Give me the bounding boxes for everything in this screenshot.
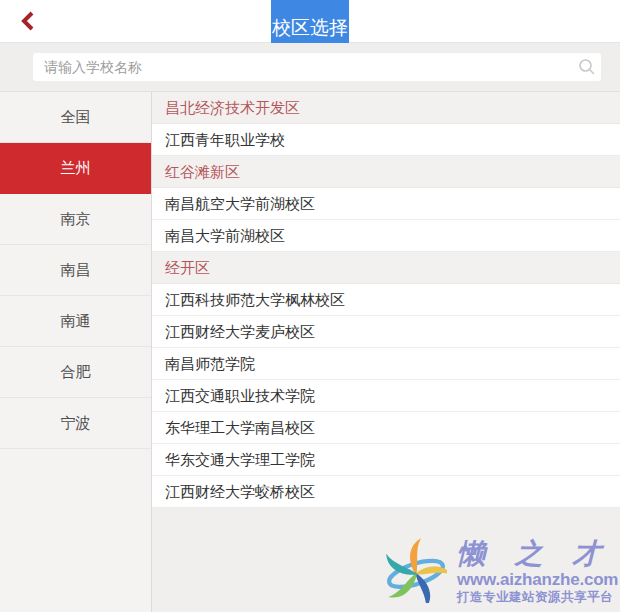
campus-list-row[interactable]: 江西财经大学麦庐校区: [152, 316, 620, 348]
campus-list-row[interactable]: 江西青年职业学校: [152, 124, 620, 156]
campus-list-row[interactable]: 江西财经大学蛟桥校区: [152, 476, 620, 508]
campus-list-label: 昌北经济技术开发区: [165, 99, 300, 116]
page-title: 校区选择: [272, 18, 348, 37]
campus-list: 昌北经济技术开发区 江西青年职业学校 红谷滩新区 南昌航空大学前湖校区 南昌大学…: [152, 92, 620, 612]
sidebar-city-item[interactable]: 合肥: [0, 347, 151, 398]
sidebar-city-item[interactable]: 南京: [0, 194, 151, 245]
sidebar-city-label: 全国: [61, 108, 91, 125]
city-sidebar: 全国 兰州 南京 南昌 南通 合肥 宁波: [0, 92, 152, 612]
campus-list-label: 江西财经大学麦庐校区: [165, 323, 315, 340]
campus-list-label: 江西财经大学蛟桥校区: [165, 483, 315, 500]
search-bar: [0, 43, 620, 92]
search-icon[interactable]: [578, 58, 596, 76]
sidebar-city-item[interactable]: 宁波: [0, 398, 151, 449]
sidebar-city-item[interactable]: 全国: [0, 92, 151, 143]
sidebar-city-label: 南昌: [61, 261, 91, 278]
sidebar-city-label: 兰州: [61, 159, 91, 176]
campus-list-label: 南昌大学前湖校区: [165, 227, 285, 244]
campus-list-label: 南昌师范学院: [165, 355, 255, 372]
campus-list-row[interactable]: 江西交通职业技术学院: [152, 380, 620, 412]
campus-list-label: 南昌航空大学前湖校区: [165, 195, 315, 212]
sidebar-city-label: 宁波: [61, 414, 91, 431]
campus-list-label: 经开区: [165, 259, 210, 276]
campus-list-row[interactable]: 南昌大学前湖校区: [152, 220, 620, 252]
header: 校区选择: [0, 0, 620, 43]
search-input[interactable]: [33, 53, 601, 81]
campus-list-label: 江西科技师范大学枫林校区: [165, 291, 345, 308]
search-input-wrap: [33, 53, 601, 81]
sidebar-city-item[interactable]: 兰州: [0, 143, 151, 194]
campus-list-row[interactable]: 经开区: [152, 252, 620, 284]
campus-list-label: 江西青年职业学校: [165, 131, 285, 148]
campus-list-label: 红谷滩新区: [165, 163, 240, 180]
back-chevron-icon: [19, 10, 37, 35]
page-title-highlight: 校区选择: [271, 0, 349, 43]
campus-list-row[interactable]: 红谷滩新区: [152, 156, 620, 188]
campus-list-row[interactable]: 南昌航空大学前湖校区: [152, 188, 620, 220]
sidebar-city-label: 南通: [61, 312, 91, 329]
campus-list-label: 江西交通职业技术学院: [165, 387, 315, 404]
sidebar-city-item[interactable]: 南通: [0, 296, 151, 347]
campus-list-row[interactable]: 江西科技师范大学枫林校区: [152, 284, 620, 316]
campus-list-row[interactable]: 华东交通大学理工学院: [152, 444, 620, 476]
campus-list-label: 东华理工大学南昌校区: [165, 419, 315, 436]
campus-list-row[interactable]: 昌北经济技术开发区: [152, 92, 620, 124]
sidebar-city-label: 合肥: [61, 363, 91, 380]
campus-list-row[interactable]: 南昌师范学院: [152, 348, 620, 380]
campus-list-label: 华东交通大学理工学院: [165, 451, 315, 468]
sidebar-city-label: 南京: [61, 210, 91, 227]
main-content: 全国 兰州 南京 南昌 南通 合肥 宁波: [0, 92, 620, 612]
sidebar-city-item[interactable]: 南昌: [0, 245, 151, 296]
campus-list-row[interactable]: 东华理工大学南昌校区: [152, 412, 620, 444]
back-button[interactable]: [14, 8, 42, 36]
